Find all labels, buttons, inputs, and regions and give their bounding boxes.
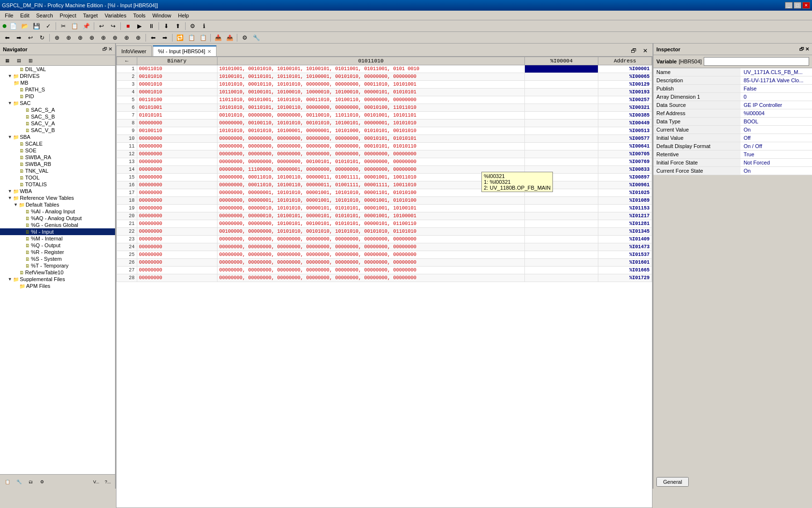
tree-item[interactable]: 🗎%I - Input [0,228,115,235]
minimize-button[interactable]: _ [785,2,793,9]
table-row[interactable]: 210000000000000000, 00000000, 10100101, … [117,220,652,228]
table-row[interactable]: 40000101010110010, 00100101, 10100010, 1… [117,89,652,96]
toolbar2-btn18[interactable]: 📥 [213,33,223,43]
var-button[interactable]: ⚙ [188,21,198,31]
table-row[interactable]: 260000000000000000, 00000000, 00000000, … [117,259,652,267]
paste-button[interactable]: 📌 [81,21,92,31]
table-row[interactable]: 250000000000000000, 00000000, 00000000, … [117,251,652,259]
tree-item[interactable]: 📁APM Files [0,283,115,289]
tree-item[interactable]: 🗎PATH_S [0,86,115,93]
tree-expand-btn[interactable]: ▼ [8,195,12,200]
tree-item[interactable]: 🗎SAC_S_B [0,113,115,120]
toolbar2-btn5[interactable]: ⊕ [52,33,62,43]
table-row[interactable]: 230000000000000000, 00000000, 00000000, … [117,236,652,243]
upload-button[interactable]: ⬆ [173,21,183,31]
toolbar2-btn8[interactable]: ⊕ [87,33,97,43]
table-row[interactable]: 80000000000000000, 00100110, 10101010, 0… [117,120,652,127]
toolbar2-btn7[interactable]: ⊕ [75,33,86,43]
tree-item[interactable]: 🗎%S - System [0,255,115,262]
table-row[interactable]: 200000000000000000, 00000010, 10100101, … [117,212,652,220]
tree-item[interactable]: 🗎SWBA_RA [0,154,115,161]
nav-float-icon[interactable]: 🗗 [102,46,107,52]
new-button[interactable]: 📄 [8,21,19,31]
menu-item-tools[interactable]: Tools [130,12,148,19]
toolbar2-btn15[interactable]: 🔁 [174,33,185,43]
toolbar2-btn19[interactable]: 📤 [224,33,235,43]
copy-button[interactable]: 📋 [70,21,80,31]
menu-item-target[interactable]: Target [80,12,101,19]
undo-button[interactable]: ↩ [96,21,107,31]
tree-item[interactable]: ▼📁WBA [0,188,115,194]
content-float-icon[interactable]: 🗗 [628,46,639,55]
tree-item[interactable]: 🗎%R - Register [0,249,115,255]
table-row[interactable]: 190000000000000000, 00000010, 10101010, … [117,205,652,212]
menu-item-edit[interactable]: Edit [17,12,32,19]
toolbar2-btn4[interactable]: ↻ [37,33,47,43]
tree-item[interactable]: 🗎%T - Temporary [0,262,115,269]
table-row[interactable]: 50011010011011010, 00101001, 10101010, 0… [117,96,652,104]
nav-view3-btn[interactable]: ▥ [25,56,36,65]
table-row[interactable]: 90010011010101010, 00101010, 10100001, 0… [117,127,652,135]
tree-item[interactable]: 🗎SWBA_RB [0,161,115,167]
pause-button[interactable]: ⏸ [146,21,157,31]
toolbar2-btn6[interactable]: ⊕ [63,33,74,43]
tree-item[interactable]: ▼📁SAC [0,100,115,106]
open-button[interactable]: 📂 [20,21,30,31]
table-row[interactable]: 110000000000000000, 00000000, 00000000, … [117,143,652,150]
tree-item[interactable]: 🗎%AQ - Analog Output [0,215,115,222]
tree-expand-btn[interactable]: ▼ [8,189,12,194]
toolbar2-btn11[interactable]: ⊕ [121,33,132,43]
tree-item[interactable]: ▼📁SBA [0,134,115,140]
table-row[interactable]: 170000000000000000, 00000001, 10101010, … [117,189,652,197]
toolbar2-btn20[interactable]: ⚙ [239,33,250,43]
table-row[interactable]: 10001101010101001, 00101010, 10100101, 1… [117,65,652,73]
cut-button[interactable]: ✂ [58,21,69,31]
menu-item-window[interactable]: Window [149,12,174,19]
table-row[interactable]: 220000000000100000, 00000000, 10101010, … [117,228,652,236]
toolbar2-btn13[interactable]: ⬅ [148,33,159,43]
table-row[interactable]: 160000000000000000, 00011010, 10100110, … [117,181,652,189]
table-row[interactable]: 130000000000000000, 00000000, 00000000, … [117,158,652,166]
tree-item[interactable]: 🗎RefViewTable10 [0,269,115,276]
table-row[interactable]: 120000000000000000, 00000000, 00000000, … [117,150,652,158]
toolbar2-btn9[interactable]: ⊕ [98,33,109,43]
table-row[interactable]: 60010100110101010, 00110101, 10100110, 0… [117,104,652,112]
menu-item-project[interactable]: Project [57,12,79,19]
inspector-close-icon[interactable]: ✕ [805,46,809,52]
nav-view2-btn[interactable]: ▤ [14,56,24,65]
tree-item[interactable]: ▼📁Supplemental Files [0,276,115,283]
tree-expand-btn[interactable]: ▼ [8,74,12,78]
tree-item[interactable]: 🗎TOOL [0,174,115,181]
tree-item[interactable]: ▼📁Reference View Tables [0,194,115,201]
info-button[interactable]: ℹ [199,21,210,31]
tree-item[interactable]: ▼📁DRIVES [0,73,115,79]
menu-item-help[interactable]: Help [175,12,192,19]
tree-item[interactable]: 🗎SOE [0,147,115,154]
toolbar2-btn1[interactable]: ⬅ [2,33,13,43]
redo-button[interactable]: ↪ [108,21,118,31]
tree-expand-btn[interactable]: ▼ [8,101,12,105]
menu-item-file[interactable]: File [2,12,16,19]
tree-item[interactable]: 🗎%Q - Output [0,242,115,249]
table-row[interactable]: 150000000000000000, 00011010, 10100110, … [117,174,652,181]
col-nav[interactable]: ← [117,57,137,65]
table-row[interactable]: 70101010100101010, 00000000, 00000000, 0… [117,112,652,120]
table-row[interactable]: 30000101010101010, 00010110, 10101010, 0… [117,81,652,89]
nav-bottom-btn2[interactable]: 🔧 [14,477,24,487]
tab-close-icon[interactable]: ✕ [207,49,211,54]
tree-item[interactable]: 🗎%AI - Analog Input [0,208,115,215]
toolbar2-btn14[interactable]: ➡ [160,33,170,43]
toolbar2-btn3[interactable]: ↩ [25,33,36,43]
inspector-var-input[interactable] [704,57,809,66]
toolbar2-btn21[interactable]: 🔧 [251,33,261,43]
close-button[interactable]: ✕ [802,2,810,9]
tree-item[interactable]: 🗎PID [0,93,115,100]
toolbar2-btn10[interactable]: ⊕ [110,33,120,43]
table-scroll-area[interactable]: ← Binary 01011010 %I00004 Address 100011… [116,57,652,328]
table-row[interactable]: 240000000000000000, 00000000, 00000000, … [117,243,652,251]
tree-expand-btn[interactable]: ▼ [8,134,12,139]
general-button[interactable]: General [656,477,689,487]
stop-button[interactable]: ■ [123,21,133,31]
tree-expand-btn[interactable]: ▼ [8,277,12,282]
run-button[interactable]: ▶ [134,21,145,31]
